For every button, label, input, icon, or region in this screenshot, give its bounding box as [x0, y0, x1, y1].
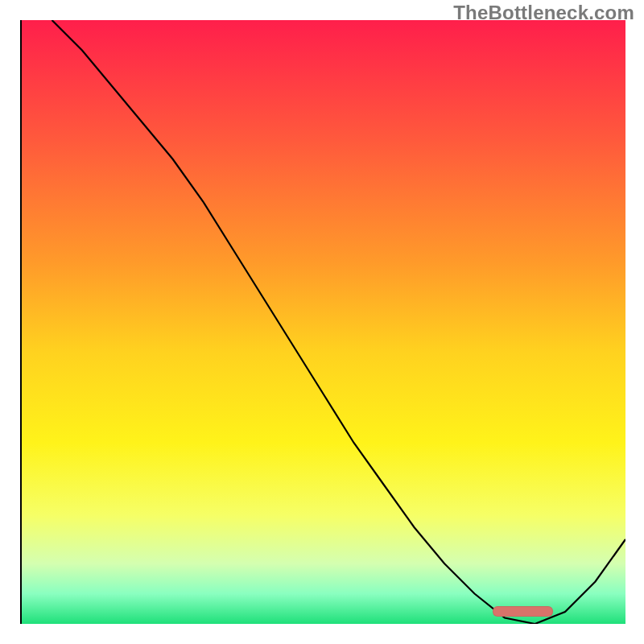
- optimal-range-marker: [493, 606, 553, 617]
- bottleneck-chart: [22, 20, 625, 624]
- page-root: TheBottleneck.com: [0, 0, 644, 644]
- chart-axes-frame: [20, 20, 624, 624]
- chart-background-gradient: [22, 20, 625, 624]
